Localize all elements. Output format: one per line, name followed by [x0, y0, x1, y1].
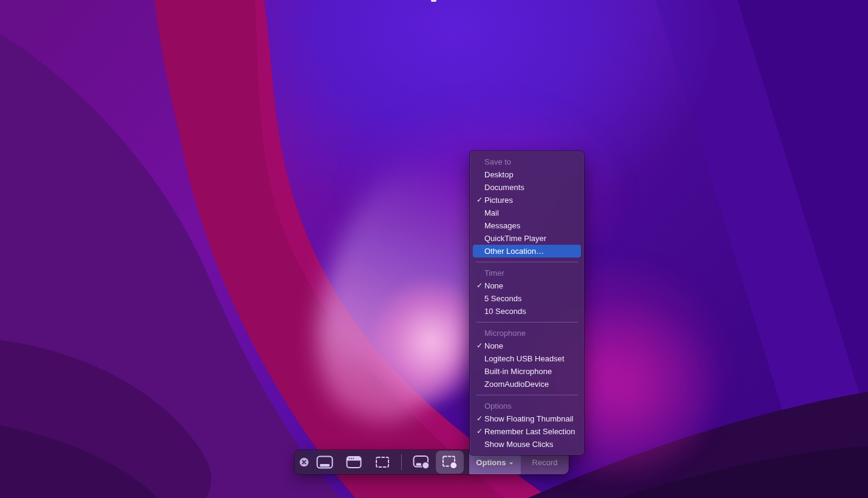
menu-item[interactable]: 5 Seconds: [473, 292, 581, 305]
menu-item-label: 5 Seconds: [484, 294, 521, 303]
menu-item-label: Messages: [484, 221, 520, 230]
menu-item-label: Other Location…: [484, 247, 544, 256]
wallpaper: [0, 0, 868, 498]
menu-item-label: None: [484, 341, 503, 350]
menu-item[interactable]: Mail: [473, 206, 581, 219]
menu-item-label: Built-in Microphone: [484, 367, 552, 376]
menu-item-label: Show Floating Thumbnail: [484, 414, 573, 423]
checkmark-icon: ✓: [476, 194, 483, 206]
menu-section-header: Options: [473, 400, 581, 412]
options-menu: Save toDesktopDocuments✓PicturesMailMess…: [469, 151, 585, 455]
menu-item[interactable]: Desktop: [473, 168, 581, 181]
capture-entire-screen-icon[interactable]: [316, 450, 333, 474]
menu-item-label: ZoomAudioDevice: [484, 380, 549, 389]
menu-divider: [476, 262, 578, 262]
toolbar-icon-group: [294, 450, 469, 474]
chevron-down-icon: ⌄: [508, 458, 514, 466]
menu-item[interactable]: Messages: [473, 219, 581, 232]
menu-item-label: Remember Last Selection: [484, 427, 575, 436]
menu-item[interactable]: ZoomAudioDevice: [473, 378, 581, 391]
menu-divider: [476, 322, 578, 322]
menu-item[interactable]: QuickTime Player: [473, 232, 581, 245]
menu-item[interactable]: Other Location…: [473, 245, 581, 258]
menu-divider: [476, 395, 578, 395]
checkmark-icon: ✓: [476, 339, 483, 352]
menu-section-header: Timer: [473, 267, 581, 279]
checkmark-icon: ✓: [476, 425, 483, 438]
menu-item-label: Desktop: [484, 170, 514, 179]
record-selected-portion-icon[interactable]: [436, 451, 464, 474]
record-button-label: Record: [532, 458, 558, 467]
checkmark-icon: ✓: [476, 279, 483, 292]
menu-item-label: Pictures: [484, 196, 513, 205]
record-entire-screen-icon[interactable]: [413, 450, 430, 474]
menu-item[interactable]: ✓None: [473, 339, 581, 352]
menu-item[interactable]: ✓None: [473, 279, 581, 292]
menu-item[interactable]: ✓Show Floating Thumbnail: [473, 412, 581, 425]
desktop: Options ⌄ Record Save toDesktopDocuments…: [0, 0, 868, 498]
menu-item[interactable]: 10 Seconds: [473, 305, 581, 318]
menu-item-label: Mail: [484, 208, 499, 217]
wallpaper-graphic: [0, 0, 868, 498]
toolbar-divider: [401, 454, 402, 470]
checkmark-icon: ✓: [476, 412, 483, 425]
menu-item-label: Documents: [484, 183, 524, 192]
menu-item[interactable]: ✓Remember Last Selection: [473, 425, 581, 438]
menu-item[interactable]: Built-in Microphone: [473, 365, 581, 378]
menu-item[interactable]: Logitech USB Headset: [473, 352, 581, 365]
menu-item-label: 10 Seconds: [484, 307, 526, 316]
menu-item[interactable]: ✓Pictures: [473, 194, 581, 206]
menu-item-label: None: [484, 281, 503, 290]
capture-selected-window-icon[interactable]: [346, 450, 362, 474]
menu-section-header: Microphone: [473, 327, 581, 339]
options-button-label: Options: [476, 458, 506, 467]
menu-item-label: Show Mouse Clicks: [484, 440, 553, 449]
menu-item[interactable]: Documents: [473, 181, 581, 194]
menu-item-label: Logitech USB Headset: [484, 354, 565, 363]
close-icon[interactable]: [299, 450, 309, 474]
menubar-artifact: [431, 0, 436, 2]
capture-selected-portion-icon[interactable]: [375, 450, 390, 474]
menu-section-header: Save to: [473, 155, 581, 168]
menu-item-label: QuickTime Player: [484, 234, 546, 243]
menu-item[interactable]: Show Mouse Clicks: [473, 438, 581, 451]
